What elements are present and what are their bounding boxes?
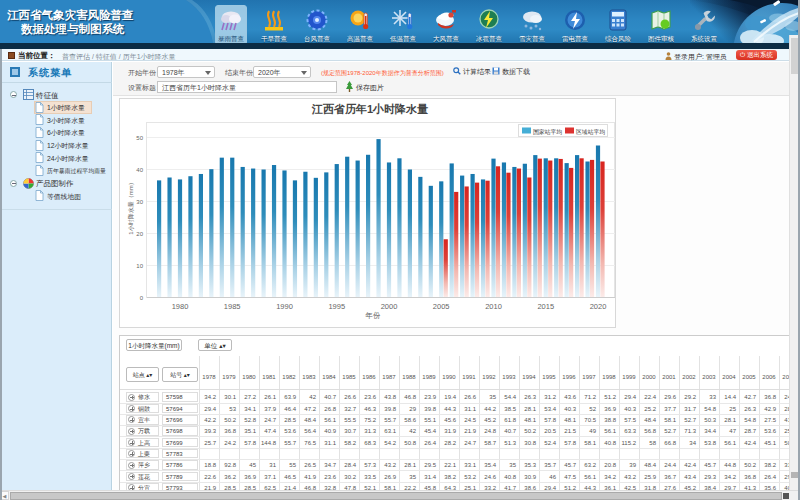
svg-text:2005: 2005 [433,302,450,311]
svg-text:年份: 年份 [365,311,382,320]
svg-text:40: 40 [136,167,143,173]
svg-text:50: 50 [136,135,143,141]
svg-text:20: 20 [136,231,143,237]
svg-text:0: 0 [140,295,144,301]
svg-text:2010: 2010 [485,302,502,311]
svg-text:江西省历年1小时降水量: 江西省历年1小时降水量 [311,103,428,115]
svg-text:1小时降水量（mm）: 1小时降水量（mm） [127,179,135,234]
svg-text:30: 30 [136,199,143,205]
svg-text:2020: 2020 [590,302,607,311]
svg-text:2000: 2000 [381,302,398,311]
svg-text:1980: 1980 [172,302,189,311]
svg-text:1985: 1985 [224,302,241,311]
svg-text:1990: 1990 [276,302,293,311]
svg-text:2015: 2015 [537,302,554,311]
svg-text:1995: 1995 [328,302,345,311]
svg-text:区域站平均: 区域站平均 [576,128,605,136]
svg-text:10: 10 [136,263,143,269]
svg-text:国家站平均: 国家站平均 [533,128,562,136]
